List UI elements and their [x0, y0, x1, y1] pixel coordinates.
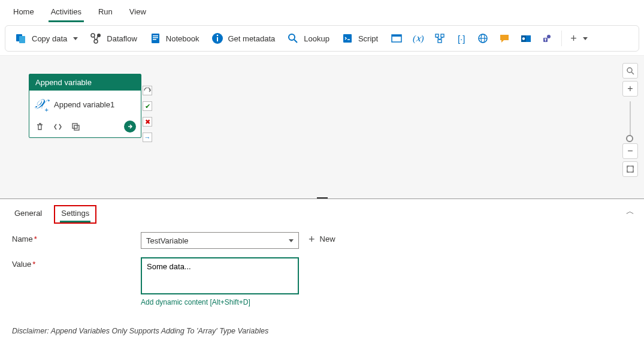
nav-view[interactable]: View	[121, 4, 155, 22]
collapse-panel-icon[interactable]: ︿	[626, 206, 634, 217]
code-icon[interactable]	[52, 121, 63, 132]
get-metadata-button[interactable]: Get metadata	[205, 30, 282, 47]
branch-fail-icon[interactable]: ✖	[143, 117, 152, 127]
zoom-slider[interactable]	[630, 101, 631, 139]
notebook-button[interactable]: Notebook	[143, 30, 205, 47]
globe-icon[interactable]	[476, 32, 489, 45]
svg-rect-8	[153, 39, 156, 40]
run-arrow-icon[interactable]	[124, 121, 136, 133]
svg-rect-28	[72, 124, 77, 128]
svg-rect-14	[343, 34, 352, 43]
svg-rect-18	[441, 34, 444, 37]
svg-rect-32	[627, 166, 633, 172]
teams-icon[interactable]	[541, 32, 554, 45]
script-button[interactable]: Script	[335, 30, 384, 47]
dataflow-button[interactable]: Dataflow	[84, 30, 143, 47]
svg-rect-16	[392, 35, 401, 37]
variable-x-icon: 𝒳+	[34, 97, 44, 112]
new-variable-button[interactable]: + New	[309, 232, 335, 243]
copy-data-icon	[15, 32, 27, 44]
branch-completion-icon[interactable]: →	[143, 133, 152, 142]
tab-settings[interactable]: Settings	[54, 205, 96, 224]
delete-icon[interactable]	[34, 121, 45, 132]
merge-icon[interactable]	[433, 32, 446, 45]
ribbon-container: Copy data Dataflow Notebook Get metadata…	[0, 23, 644, 55]
nav-run[interactable]: Run	[90, 4, 121, 22]
nav-home[interactable]: Home	[5, 4, 43, 22]
variable-icon[interactable]: (𝑥)	[412, 32, 425, 45]
lookup-button[interactable]: Lookup	[281, 30, 335, 47]
zoom-search-icon[interactable]	[622, 63, 638, 79]
script-icon	[341, 32, 353, 44]
dynamic-content-link[interactable]: Add dynamic content [Alt+Shift+D]	[141, 298, 299, 306]
zoom-in-button[interactable]: +	[622, 81, 638, 97]
ribbon-separator	[561, 31, 562, 46]
activity-type-label: Append variable	[29, 74, 141, 91]
value-label: Value*	[12, 257, 141, 269]
svg-point-4	[94, 40, 98, 43]
chevron-down-icon	[583, 37, 588, 40]
chevron-down-icon	[73, 37, 78, 40]
svg-line-13	[294, 40, 297, 43]
zoom-controls: + −	[622, 63, 638, 177]
info-icon	[211, 32, 223, 44]
notebook-icon	[149, 32, 161, 44]
svg-line-31	[631, 72, 634, 74]
add-activity-button[interactable]: +	[566, 32, 592, 45]
svg-point-12	[289, 34, 295, 40]
get-metadata-label: Get metadata	[228, 34, 276, 43]
svg-rect-29	[74, 125, 79, 130]
nav-activities[interactable]: Activities	[43, 4, 90, 22]
svg-point-30	[627, 68, 632, 73]
activity-name: Append variable1	[54, 100, 114, 109]
script-label: Script	[358, 34, 378, 43]
top-nav: Home Activities Run View	[0, 0, 644, 23]
property-tabs: General Settings ︿	[0, 199, 644, 224]
svg-rect-7	[153, 37, 158, 38]
copy-data-label: Copy data	[32, 34, 67, 43]
branch-success-icon[interactable]: ✔	[143, 101, 152, 111]
chat-icon[interactable]	[498, 32, 511, 45]
settings-form: Name* TestVariable + New Value* Add dyna…	[0, 224, 644, 327]
branch-handles: ✔ ✖ →	[143, 86, 152, 142]
zoom-slider-thumb[interactable]	[626, 135, 633, 142]
svg-rect-10	[217, 37, 218, 41]
copy-icon[interactable]	[70, 121, 81, 132]
svg-rect-1	[19, 36, 25, 43]
svg-rect-17	[436, 34, 439, 37]
name-select-value: TestVariable	[146, 236, 189, 245]
lookup-label: Lookup	[304, 34, 329, 43]
svg-point-26	[547, 35, 551, 38]
branch-skip-icon[interactable]	[143, 86, 152, 95]
dataflow-label: Dataflow	[107, 34, 137, 43]
name-label: Name*	[12, 232, 141, 243]
svg-rect-5	[152, 34, 159, 43]
outlook-icon[interactable]	[519, 32, 533, 45]
fit-screen-button[interactable]	[622, 161, 638, 177]
copy-data-button[interactable]: Copy data	[9, 30, 84, 47]
notebook-label: Notebook	[166, 34, 199, 43]
activity-node[interactable]: Append variable 𝒳+ Append variable1	[29, 74, 141, 138]
svg-rect-19	[438, 40, 442, 43]
svg-rect-6	[153, 35, 158, 37]
plus-icon: +	[570, 34, 577, 43]
name-select[interactable]: TestVariable	[141, 232, 299, 249]
activity-body: 𝒳+ Append variable1	[29, 91, 141, 117]
plus-icon: +	[309, 235, 315, 243]
ribbon-extra-icons: (𝑥) [·]	[386, 28, 558, 49]
disclaimer-text: Disclaimer: Append Variables Only Suppor…	[0, 327, 644, 335]
activity-footer	[29, 117, 141, 137]
search-icon	[287, 32, 299, 44]
brackets-icon[interactable]: [·]	[455, 32, 468, 45]
zoom-out-button[interactable]: −	[622, 143, 638, 159]
tab-general[interactable]: General	[7, 205, 49, 224]
svg-point-25	[522, 37, 525, 40]
pipeline-canvas[interactable]: Append variable 𝒳+ Append variable1 ✔ ✖ …	[0, 55, 644, 199]
ribbon: Copy data Dataflow Notebook Get metadata…	[5, 25, 639, 52]
value-textarea[interactable]	[141, 257, 299, 294]
svg-point-11	[216, 35, 218, 37]
layout-icon[interactable]	[390, 32, 403, 45]
new-label: New	[320, 234, 335, 243]
dataflow-icon	[90, 32, 102, 44]
